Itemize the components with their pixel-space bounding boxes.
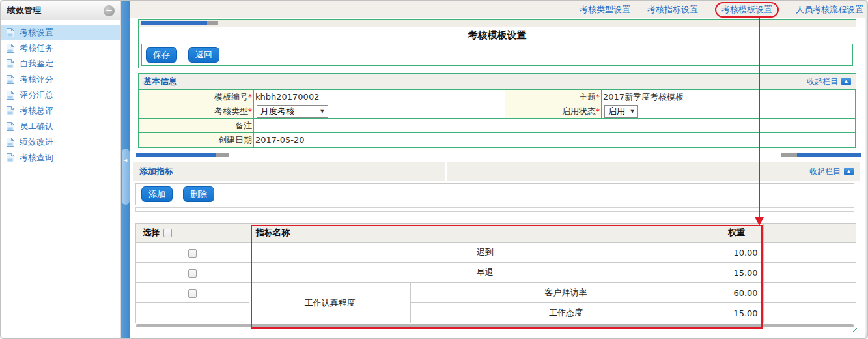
table-row: 工作认真程度 客户拜访率 60.00 — [136, 283, 856, 303]
page-title: 考核模板设置 — [139, 27, 856, 44]
indicator-table: 选择 指标名称 权重 迟到 10.00 早退 15.00 工作认真程度 客户拜访 — [135, 223, 856, 323]
document-icon — [6, 106, 15, 116]
assess-type-select[interactable]: 月度考核 ▼ — [257, 105, 328, 118]
add-button[interactable]: 添加 — [141, 186, 173, 202]
indicator-name-cell: 工作态度 — [411, 303, 721, 323]
empty-cell — [764, 263, 856, 283]
delete-button[interactable]: 删除 — [183, 186, 214, 202]
empty-cell — [764, 303, 856, 323]
sidebar-item-label: 考核任务 — [20, 42, 53, 54]
required-marker: * — [248, 93, 252, 102]
created-date-label: 创建日期 — [139, 133, 254, 147]
scrollbar-thumb[interactable] — [136, 153, 216, 157]
required-marker: * — [596, 93, 600, 102]
nav-link-assess-type-settings[interactable]: 考核类型设置 — [580, 4, 630, 16]
empty-cell — [764, 243, 856, 263]
name-column-header: 指标名称 — [249, 224, 721, 243]
status-select[interactable]: 启用 ▼ — [604, 105, 638, 118]
row-checkbox[interactable] — [188, 249, 197, 258]
collapse-up-icon[interactable]: ▲ — [841, 78, 851, 85]
weight-cell: 15.00 — [721, 263, 764, 283]
scrollbar-thumb[interactable] — [797, 153, 861, 157]
assess-type-label: 考核类型* — [139, 104, 254, 119]
required-marker: * — [596, 107, 600, 116]
form-row: 模板编号* khbh20170002 主题* 2017新季度考核模板 — [139, 90, 856, 104]
document-icon — [6, 27, 15, 38]
collapse-section-control[interactable]: 收起栏目 ▲ — [807, 76, 851, 87]
table-row: 早退 15.00 — [136, 263, 856, 283]
empty-cell — [764, 133, 856, 147]
scrollbar-track[interactable] — [216, 153, 229, 157]
chevron-down-icon: ▼ — [630, 108, 634, 114]
table-row: 迟到 10.00 — [136, 243, 856, 263]
nav-link-indicator-settings[interactable]: 考核指标设置 — [647, 4, 698, 16]
sidebar-item-assess-scoring[interactable]: 考核评分 — [1, 72, 120, 87]
selected-option: 月度考核 — [260, 106, 294, 117]
select-all-checkbox[interactable] — [163, 229, 172, 237]
document-icon — [6, 153, 15, 163]
back-button[interactable]: 返回 — [188, 47, 219, 63]
select-column-header: 选择 — [136, 224, 249, 243]
document-icon — [6, 121, 15, 132]
sidebar-item-performance-improve[interactable]: 绩效改进 — [1, 134, 120, 150]
sidebar-item-assess-tasks[interactable]: 考核任务 — [1, 40, 120, 56]
app-window: 绩效管理 考核设置 考核任务 自我鉴定 考核评分 评分汇总 — [0, 0, 868, 339]
sidebar-item-label: 考核总评 — [20, 105, 53, 117]
weight-cell: 15.00 — [721, 303, 764, 323]
sidebar-item-label: 考核设置 — [20, 27, 53, 38]
indicator-toolbar: 添加 删除 — [135, 183, 854, 205]
save-button[interactable]: 保存 — [146, 47, 177, 63]
title-toolbar-panel: 考核模板设置 保存 返回 — [138, 19, 856, 68]
indicator-name-cell: 客户拜访率 — [411, 283, 721, 303]
sidebar-item-employee-confirm[interactable]: 员工确认 — [1, 119, 120, 134]
table-header-row: 选择 指标名称 权重 — [136, 224, 856, 243]
form-row: 创建日期 2017-05-20 — [139, 133, 856, 147]
remark-field[interactable] — [254, 119, 764, 133]
document-icon — [6, 137, 15, 147]
hscrollbar-thumb[interactable] — [141, 21, 207, 25]
hscrollbar-track[interactable] — [207, 21, 218, 25]
sidebar-item-assess-query[interactable]: 考核查询 — [1, 150, 120, 166]
sidebar-header: 绩效管理 — [1, 1, 120, 20]
collapse-section-control[interactable]: 收起栏目 ▲ — [809, 166, 854, 177]
selected-option: 启用 — [608, 106, 625, 117]
empty-cell — [764, 283, 856, 303]
sidebar-item-label: 绩效改进 — [20, 136, 53, 148]
template-no-field[interactable]: khbh20170002 — [254, 90, 505, 104]
weight-cell: 60.00 — [721, 283, 764, 303]
section-divider-scrollbars — [130, 153, 865, 157]
collapse-up-icon[interactable]: ▲ — [844, 168, 854, 175]
weight-cell: 10.00 — [721, 243, 764, 263]
basic-info-panel: 基本信息 收起栏目 ▲ 模板编号* khbh20170002 主题* 2017新… — [138, 73, 856, 148]
collapse-link[interactable]: 收起栏目 — [809, 166, 841, 177]
collapse-panel-minus-icon[interactable] — [104, 5, 115, 16]
row-checkbox[interactable] — [188, 269, 197, 278]
document-icon — [6, 74, 15, 85]
sidebar-item-assess-settings[interactable]: 考核设置 — [1, 25, 120, 40]
sidebar-item-self-appraisal[interactable]: 自我鉴定 — [1, 56, 120, 72]
resize-grip-icon[interactable] — [852, 327, 858, 333]
collapse-left-arrow-icon[interactable]: ◄ — [123, 158, 127, 163]
sidebar-item-score-summary[interactable]: 评分汇总 — [1, 87, 120, 103]
row-checkbox[interactable] — [188, 289, 197, 298]
top-hscrollbar — [139, 20, 856, 27]
status-label: 启用状态* — [505, 104, 602, 119]
created-date-value: 2017-05-20 — [254, 133, 764, 147]
scrollbar-track[interactable] — [781, 153, 797, 157]
sidebar-item-overall-review[interactable]: 考核总评 — [1, 103, 120, 119]
section-title: 添加指标 — [139, 166, 173, 177]
select-cell — [136, 263, 249, 283]
sidebar-splitter[interactable]: ◄ — [121, 1, 130, 338]
top-nav: 考核类型设置 考核指标设置 考核模板设置 人员考核流程设置 — [130, 1, 865, 18]
bottom-hscrollbar-thumb[interactable] — [136, 324, 854, 327]
nav-link-personnel-flow-settings[interactable]: 人员考核流程设置 — [796, 4, 863, 16]
subject-field[interactable]: 2017新季度考核模板 — [602, 90, 764, 104]
indicator-name-cell: 早退 — [249, 263, 721, 283]
collapse-link[interactable]: 收起栏目 — [807, 76, 838, 87]
indicator-name-cell: 迟到 — [249, 243, 721, 263]
section-title: 基本信息 — [143, 76, 177, 87]
required-marker: * — [248, 107, 252, 116]
toolbar: 保存 返回 — [141, 44, 853, 66]
sidebar-menu: 考核设置 考核任务 自我鉴定 考核评分 评分汇总 考核总评 — [1, 25, 120, 166]
nav-link-template-settings[interactable]: 考核模板设置 — [715, 2, 779, 18]
